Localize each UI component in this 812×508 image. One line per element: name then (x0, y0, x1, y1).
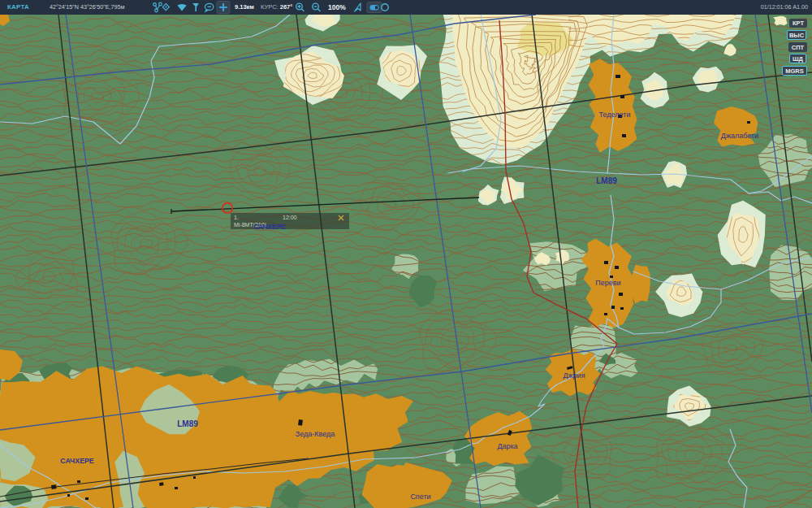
svg-text:LM89: LM89 (177, 419, 198, 428)
svg-text:Теделети: Теделети (599, 111, 631, 119)
svg-text:Джрия: Джрия (563, 371, 585, 380)
svg-text:Переви: Переви (595, 279, 620, 287)
svg-text:Дарка: Дарка (497, 442, 517, 450)
svg-text:LM89: LM89 (596, 176, 617, 185)
svg-text:Джалабети: Джалабети (721, 132, 758, 140)
svg-text:Спети: Спети (410, 493, 430, 501)
svg-text:САЧХЕРЕ: САЧХЕРЕ (60, 457, 94, 465)
svg-text:Зеда-Кведа: Зеда-Кведа (296, 430, 335, 438)
